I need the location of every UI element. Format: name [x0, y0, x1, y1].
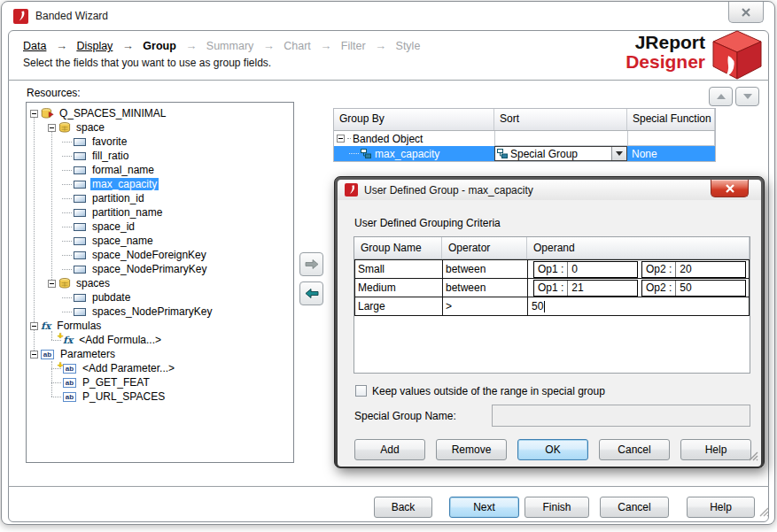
dialog-close-button[interactable] — [711, 180, 749, 197]
table-icon — [58, 278, 71, 289]
tree-item-field[interactable]: space_name — [27, 234, 293, 248]
tree-item-parameters[interactable]: ab Parameters — [27, 347, 293, 361]
tree-item-label: space_name — [90, 235, 155, 247]
special-group-name-label: Special Group Name: — [354, 410, 456, 422]
move-down-button[interactable] — [735, 87, 759, 106]
move-left-icon — [305, 288, 319, 299]
sort-combobox[interactable]: Special Group — [494, 146, 627, 161]
move-right-button[interactable] — [299, 252, 323, 276]
help-button[interactable]: Help — [687, 497, 755, 518]
tree-item-field[interactable]: spaces_NodePrimaryKey — [27, 305, 293, 319]
tree-item-field[interactable]: pubdate — [27, 290, 293, 305]
tree-item-label: space_id — [90, 220, 136, 233]
tree-item-field[interactable]: fill_ratio — [27, 149, 293, 163]
collapse-icon[interactable] — [48, 124, 56, 132]
field-icon — [74, 308, 86, 316]
group-name-cell[interactable]: Medium — [355, 279, 443, 297]
back-button[interactable]: Back — [374, 497, 432, 518]
cancel-button[interactable]: Cancel — [600, 497, 669, 518]
ok-button[interactable]: OK — [517, 439, 588, 460]
tree-item-table[interactable]: spaces — [27, 276, 293, 290]
criteria-row-large[interactable]: Large > 50 — [355, 297, 749, 315]
dialog-body: User Defined Grouping Criteria Group Nam… — [338, 200, 761, 466]
arrow-icon: → — [122, 39, 134, 52]
criteria-row-small[interactable]: Small between Op1 :0 Op2 :20 — [355, 259, 749, 278]
op2-field[interactable]: Op2 :20 — [641, 261, 746, 278]
group-name-cell[interactable]: Small — [355, 260, 443, 278]
step-chart: Chart — [284, 40, 311, 52]
move-left-button[interactable] — [299, 281, 323, 305]
keep-values-checkbox[interactable] — [355, 385, 367, 397]
group-name-cell[interactable]: Large — [355, 297, 443, 315]
tree-item-field[interactable]: space_NodeForeignKey — [27, 248, 293, 262]
step-summary: Summary — [206, 40, 253, 52]
op2-field[interactable]: Op2 :50 — [641, 280, 746, 297]
tree-connector — [62, 241, 72, 242]
column-group-by: Group By — [334, 109, 494, 130]
collapse-icon[interactable] — [30, 110, 38, 118]
operator-cell[interactable]: between — [443, 260, 528, 278]
parameter-icon: ab — [63, 378, 76, 388]
table-row-max-capacity[interactable]: max_capacity Special Group None — [334, 146, 715, 161]
op1-field[interactable]: Op1 :0 — [533, 261, 638, 278]
tree-item-label: partition_name — [90, 206, 164, 219]
special-group-icon — [497, 149, 508, 158]
special-group-name-input[interactable] — [492, 405, 750, 427]
collapse-icon[interactable] — [48, 280, 56, 288]
dialog-help-button[interactable]: Help — [680, 439, 751, 460]
window-resize-grip[interactable] — [758, 505, 769, 520]
operator-cell[interactable]: between — [443, 279, 528, 297]
criteria-row-medium[interactable]: Medium between Op1 :21 Op2 :50 — [355, 278, 749, 297]
column-operator: Operator — [442, 237, 527, 258]
tree-item-table[interactable]: space — [27, 120, 293, 135]
tree-item-field[interactable]: formal_name — [27, 163, 293, 177]
page-subtitle: Select the fields that you want to use a… — [23, 57, 271, 69]
finish-button[interactable]: Finish — [524, 497, 589, 518]
tree-connector — [62, 297, 72, 298]
step-data[interactable]: Data — [23, 40, 46, 52]
tree-item-label: Parameters — [58, 348, 117, 360]
collapse-icon[interactable] — [337, 135, 345, 143]
tree-connector — [62, 198, 72, 199]
resources-tree[interactable]: Q_SPACES_MINIMAL space favorite fill_rat… — [26, 102, 294, 463]
tree-connector — [62, 142, 72, 143]
close-icon — [741, 8, 751, 17]
next-button[interactable]: Next — [449, 497, 519, 518]
tree-item-label: fill_ratio — [90, 150, 130, 162]
tree-item-field[interactable]: partition_id — [27, 191, 293, 205]
dropdown-button[interactable] — [611, 147, 626, 160]
arrow-icon: → — [185, 39, 197, 52]
tree-item-add-formula[interactable]: fx+ <Add Formula...> — [27, 333, 293, 347]
tree-item-formulas[interactable]: fx Formulas — [27, 319, 293, 333]
step-display[interactable]: Display — [76, 40, 113, 52]
op1-field[interactable]: Op1 :21 — [533, 280, 638, 297]
tree-item-field[interactable]: space_NodePrimaryKey — [27, 262, 293, 276]
tree-item-field[interactable]: space_id — [27, 220, 293, 234]
remove-button[interactable]: Remove — [436, 439, 507, 460]
tree-item-field[interactable]: favorite — [27, 135, 293, 149]
query-icon — [41, 108, 54, 120]
window-close-button[interactable] — [728, 2, 764, 23]
move-up-button[interactable] — [709, 87, 733, 106]
tree-item-parameter[interactable]: abP_URL_SPACES — [27, 389, 293, 404]
operator-cell[interactable]: > — [443, 297, 528, 315]
collapse-icon[interactable] — [30, 351, 38, 359]
keep-values-checkbox-label: Keep values outside of the range in spec… — [372, 385, 605, 397]
tree-item-field[interactable]: partition_name — [27, 205, 293, 220]
operand-field[interactable]: 50 — [528, 297, 749, 315]
collapse-icon[interactable] — [30, 322, 38, 330]
dialog-resize-grip[interactable] — [748, 451, 758, 464]
tree-item-label: partition_id — [90, 192, 146, 204]
tree-item-field-selected[interactable]: max_capacity — [27, 177, 293, 191]
add-formula-icon: fx+ — [63, 335, 77, 346]
arrow-icon: → — [375, 39, 386, 52]
tree-item-parameter[interactable]: abP_GET_FEAT — [27, 375, 293, 389]
tree-item-add-parameter[interactable]: ab+ <Add Parameter...> — [27, 361, 293, 375]
user-defined-group-dialog: User Defined Group - max_capacity User D… — [334, 176, 765, 468]
add-button[interactable]: Add — [354, 439, 425, 460]
column-sort: Sort — [494, 109, 627, 130]
table-row-banded-object[interactable]: Banded Object — [334, 131, 715, 146]
dialog-title-bar[interactable]: User Defined Group - max_capacity — [338, 180, 761, 200]
tree-item-query[interactable]: Q_SPACES_MINIMAL — [27, 106, 293, 120]
dialog-cancel-button[interactable]: Cancel — [599, 439, 670, 460]
